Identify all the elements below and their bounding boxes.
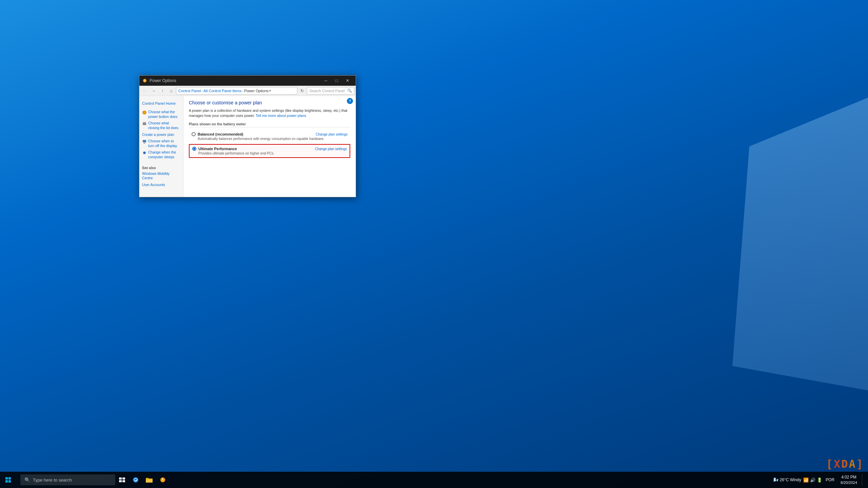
xda-watermark: [XDA] xyxy=(826,458,864,470)
svg-rect-12 xyxy=(8,480,11,483)
search-box[interactable]: Search Control Panel 🔍 xyxy=(307,87,354,95)
window-title: Power Options xyxy=(150,78,320,83)
svg-rect-13 xyxy=(119,477,122,480)
window-app-icon xyxy=(142,78,147,83)
sidebar-display-label: Choose when to turn off the display xyxy=(148,139,180,148)
volume-icon[interactable]: 🔊 xyxy=(810,477,815,483)
svg-rect-10 xyxy=(8,477,11,480)
address-dropdown-icon[interactable]: ▾ xyxy=(269,89,271,93)
system-tray: 📶 🔊 🔋 xyxy=(803,477,822,483)
address-box[interactable]: Control Panel › All Control Panel Items … xyxy=(176,87,297,95)
main-title: Choose or customise a power plan xyxy=(189,100,350,105)
see-also-title: See also xyxy=(142,166,180,170)
plan-ultimate-header: Ultimate Performance Change plan setting… xyxy=(192,147,347,151)
window-controls: ─ □ ✕ xyxy=(320,76,353,86)
plan-balanced-change-link[interactable]: Change plan settings xyxy=(316,133,348,136)
power-button-icon xyxy=(142,110,147,115)
up-button[interactable]: ↑ xyxy=(158,87,166,95)
sidebar-item-user-accounts[interactable]: User Accounts xyxy=(139,182,183,188)
plan-balanced-description: Automatically balances performance with … xyxy=(198,137,348,141)
plan-ultimate-description: Provides ultimate performance on higher … xyxy=(198,151,347,155)
breadcrumb-power-options: Power Options xyxy=(244,89,269,93)
window-body: Control Panel Home Choose what the power… xyxy=(139,96,356,197)
forward-button[interactable]: → xyxy=(150,87,158,95)
svg-rect-16 xyxy=(122,480,125,482)
taskbar: 🔍 Type here to search xyxy=(0,472,868,488)
file-explorer-button[interactable] xyxy=(142,473,156,487)
svg-rect-15 xyxy=(119,480,122,482)
sleep-icon xyxy=(142,150,147,155)
weather-text: 26°C Windy xyxy=(780,477,802,482)
taskbar-search-icon: 🔍 xyxy=(24,477,30,483)
svg-rect-3 xyxy=(143,123,146,125)
plans-section-header: Plans shown on the battery meter xyxy=(189,122,350,127)
sidebar-user-accounts-label: User Accounts xyxy=(142,183,165,187)
main-description: A power plan is a collection of hardware… xyxy=(189,108,350,118)
sidebar-item-sleep[interactable]: Change when the computer sleeps xyxy=(139,149,183,160)
breadcrumb-all-items[interactable]: All Control Panel Items xyxy=(203,89,241,93)
lid-icon xyxy=(142,121,147,126)
taskbar-weather[interactable]: 🌬️ 26°C Windy xyxy=(773,477,802,482)
start-button[interactable] xyxy=(1,473,15,487)
search-icon: 🔍 xyxy=(347,88,352,93)
sidebar-power-button-label: Choose what the power button does xyxy=(148,110,180,119)
power-options-taskbar-btn[interactable] xyxy=(156,473,170,487)
window-titlebar: Power Options ─ □ ✕ xyxy=(139,76,356,86)
sidebar-lid-label: Choose what closing the lid does xyxy=(148,121,180,130)
svg-rect-6 xyxy=(144,143,145,143)
desktop-background xyxy=(0,0,868,488)
sidebar-see-also: See also xyxy=(139,165,183,170)
plan-ultimate-change-link[interactable]: Change plan settings xyxy=(315,147,347,151)
clock-date: 8/20/2024 xyxy=(841,480,857,485)
svg-rect-5 xyxy=(143,140,146,142)
power-plans-link[interactable]: Tell me more about power plans xyxy=(256,114,306,118)
plan-balanced-name: Balanced (recommended) xyxy=(198,132,243,136)
back-button[interactable]: ← xyxy=(141,87,149,95)
recent-button[interactable]: ⌂ xyxy=(167,87,175,95)
show-desktop-button[interactable] xyxy=(862,474,864,486)
sidebar-item-display[interactable]: Choose when to turn off the display xyxy=(139,138,183,149)
plan-balanced-radio[interactable] xyxy=(192,132,196,136)
sidebar-home: Control Panel Home xyxy=(139,99,183,109)
network-icon[interactable]: 📶 xyxy=(803,477,809,483)
svg-rect-9 xyxy=(5,477,8,480)
sidebar-item-mobility[interactable]: Windows Mobility Centre xyxy=(139,170,183,182)
svg-rect-4 xyxy=(143,122,146,123)
svg-rect-14 xyxy=(122,477,125,480)
search-placeholder: Search Control Panel xyxy=(309,89,346,93)
display-icon xyxy=(142,139,147,144)
plan-ultimate-name: Ultimate Performance xyxy=(198,147,237,151)
plan-ultimate-radio[interactable] xyxy=(192,147,196,151)
breadcrumb-control-panel[interactable]: Control Panel xyxy=(178,89,201,93)
taskbar-search[interactable]: 🔍 Type here to search xyxy=(20,474,115,485)
help-button[interactable]: ? xyxy=(347,98,353,104)
refresh-button[interactable]: ↻ xyxy=(298,87,306,95)
sidebar-create-plan-label: Create a power plan xyxy=(142,133,174,137)
edge-browser-button[interactable] xyxy=(129,473,142,487)
desktop-decoration xyxy=(698,0,868,488)
clock-time: 4:02 PM xyxy=(841,475,856,480)
sidebar-item-create-plan[interactable]: Create a power plan xyxy=(139,131,183,138)
svg-point-20 xyxy=(162,481,163,481)
sidebar-item-lid[interactable]: Choose what closing the lid does xyxy=(139,120,183,131)
taskbar-search-placeholder: Type here to search xyxy=(33,477,72,483)
minimize-button[interactable]: ─ xyxy=(320,76,331,86)
taskbar-language[interactable]: POR xyxy=(824,477,836,482)
task-view-button[interactable] xyxy=(115,473,129,487)
close-button[interactable]: ✕ xyxy=(342,76,353,86)
plan-balanced-header: Balanced (recommended) Change plan setti… xyxy=(192,132,348,136)
svg-point-2 xyxy=(143,111,146,114)
battery-icon[interactable]: 🔋 xyxy=(817,477,822,483)
svg-rect-11 xyxy=(5,480,8,483)
plan-ultimate: Ultimate Performance Change plan setting… xyxy=(189,144,350,158)
plan-balanced: Balanced (recommended) Change plan setti… xyxy=(189,130,350,143)
power-options-window: Power Options ─ □ ✕ ← → ↑ ⌂ Control Pane… xyxy=(139,75,356,197)
taskbar-clock[interactable]: 4:02 PM 8/20/2024 xyxy=(838,475,860,485)
main-content: ? Choose or customise a power plan A pow… xyxy=(183,96,356,197)
sidebar-sleep-label: Change when the computer sleeps xyxy=(148,150,180,159)
maximize-button[interactable]: □ xyxy=(331,76,342,86)
taskbar-right: 🌬️ 26°C Windy 📶 🔊 🔋 POR 4:02 PM 8/20/202… xyxy=(773,474,868,486)
sidebar-item-power-button[interactable]: Choose what the power button does xyxy=(139,109,183,120)
sidebar-home-link[interactable]: Control Panel Home xyxy=(142,101,176,105)
window-addressbar: ← → ↑ ⌂ Control Panel › All Control Pane… xyxy=(139,86,356,96)
